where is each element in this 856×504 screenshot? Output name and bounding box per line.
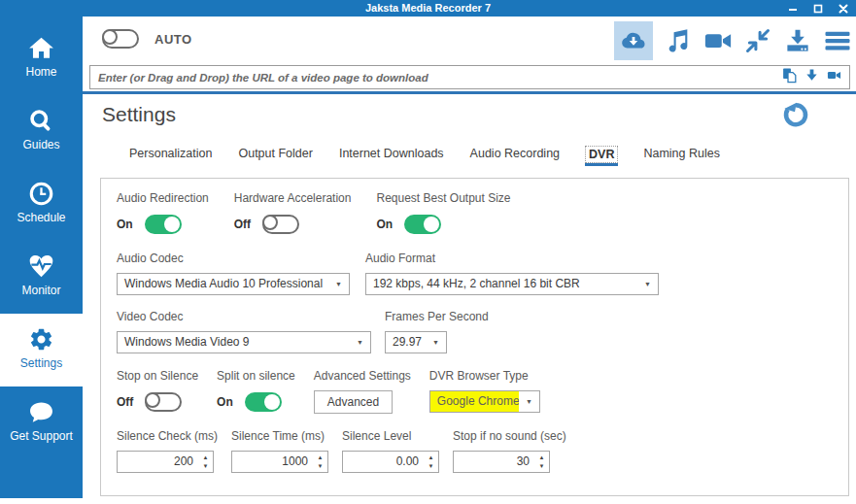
silence-check-value: 200 xyxy=(118,452,198,472)
download-arrow-icon[interactable] xyxy=(805,68,819,86)
tab-personalization[interactable]: Personalization xyxy=(129,147,212,162)
gear-icon xyxy=(28,326,54,353)
chevron-down-icon: ▼ xyxy=(328,281,349,287)
sidebar-nav: Home Guides Schedule Monitor Settings Ge… xyxy=(0,17,83,498)
maximize-icon[interactable] xyxy=(813,4,823,14)
spin-down-icon[interactable]: ▼ xyxy=(428,462,434,471)
chevron-down-icon: ▼ xyxy=(426,339,446,346)
spinner-arrows[interactable]: ▲ ▼ xyxy=(534,452,549,472)
audio-format-dropdown[interactable]: 192 kbps, 44 kHz, 2 channel 16 bit CBR ▼ xyxy=(365,273,659,295)
tab-dvr[interactable]: DVR xyxy=(586,147,617,162)
advanced-settings-label: Advanced Settings xyxy=(314,369,411,383)
settings-page: Settings Personalization Output Folder I… xyxy=(83,94,856,504)
paste-icon[interactable] xyxy=(781,67,798,87)
request-best-output-toggle[interactable] xyxy=(404,215,441,234)
video-codec-value: Windows Media Video 9 xyxy=(118,332,350,353)
spin-up-icon[interactable]: ▲ xyxy=(428,454,434,462)
auto-mode-group: AUTO xyxy=(102,29,192,49)
spin-down-icon[interactable]: ▼ xyxy=(318,462,324,471)
sidebar-item-settings[interactable]: Settings xyxy=(0,314,83,386)
stop-on-silence-label: Stop on Silence xyxy=(117,369,198,383)
silence-time-value: 1000 xyxy=(232,452,313,472)
search-icon xyxy=(28,108,54,134)
sidebar-item-home[interactable]: Home xyxy=(0,22,83,95)
silence-time-setting: Silence Time (ms) 1000 ▲ ▼ xyxy=(231,429,328,473)
tab-output-folder[interactable]: Output Folder xyxy=(238,147,312,162)
request-best-output-state: On xyxy=(376,218,393,231)
sidebar-item-guides[interactable]: Guides xyxy=(0,95,83,168)
silence-level-label: Silence Level xyxy=(342,429,439,443)
video-codec-label: Video Codec xyxy=(117,310,371,323)
spin-up-icon[interactable]: ▲ xyxy=(318,454,324,462)
silence-level-spinner[interactable]: 0.00 ▲ ▼ xyxy=(342,451,439,473)
silence-check-setting: Silence Check (ms) 200 ▲ ▼ xyxy=(117,429,218,473)
split-on-silence-label: Split on silence xyxy=(217,369,295,383)
auto-mode-label: AUTO xyxy=(154,32,192,47)
stop-if-no-sound-setting: Stop if no sound (sec) 30 ▲ ▼ xyxy=(453,429,566,473)
chevron-down-icon: ▼ xyxy=(350,339,370,346)
hardware-acceleration-state: Off xyxy=(234,218,251,231)
tab-internet-downloads[interactable]: Internet Downloads xyxy=(339,147,444,162)
window-title: Jaksta Media Recorder 7 xyxy=(0,0,856,17)
spin-up-icon[interactable]: ▲ xyxy=(539,454,545,462)
settings-tabs: Personalization Output Folder Internet D… xyxy=(129,147,720,162)
minimize-icon[interactable] xyxy=(788,4,798,14)
split-on-silence-toggle[interactable] xyxy=(245,392,282,412)
frames-per-second-label: Frames Per Second xyxy=(385,310,489,323)
title-bar: Jaksta Media Recorder 7 xyxy=(0,0,856,17)
dvr-browser-type-setting: DVR Browser Type Google Chrome ▼ xyxy=(429,369,540,413)
sidebar-item-schedule[interactable]: Schedule xyxy=(0,168,83,241)
sidebar-item-get-support[interactable]: Get Support xyxy=(0,386,83,459)
dvr-browser-type-value: Google Chrome xyxy=(430,391,519,412)
request-best-output-setting: Request Best Output Size On xyxy=(376,191,510,236)
audio-codec-value: Windows Media Audio 10 Professional xyxy=(118,274,328,294)
hamburger-menu-icon[interactable] xyxy=(823,26,852,55)
audio-redirection-setting: Audio Redirection On xyxy=(117,191,209,236)
chevron-down-icon: ▼ xyxy=(519,398,539,405)
dvr-browser-type-label: DVR Browser Type xyxy=(429,369,540,383)
url-input[interactable]: Enter (or Drag and Drop) the URL of a vi… xyxy=(89,65,850,89)
tab-audio-recording[interactable]: Audio Recording xyxy=(470,147,560,162)
reset-settings-icon[interactable] xyxy=(781,100,810,129)
close-icon[interactable] xyxy=(839,4,848,14)
video-camera-icon[interactable] xyxy=(703,26,733,55)
audio-format-value: 192 kbps, 44 kHz, 2 channel 16 bit CBR xyxy=(366,274,637,294)
stop-on-silence-setting: Stop on Silence Off xyxy=(117,369,198,414)
spinner-arrows[interactable]: ▲ ▼ xyxy=(424,452,438,472)
auto-mode-toggle[interactable] xyxy=(102,29,139,49)
split-on-silence-setting: Split on silence On xyxy=(217,369,295,414)
request-best-output-label: Request Best Output Size xyxy=(376,191,510,205)
advanced-button[interactable]: Advanced xyxy=(314,390,393,414)
record-camera-icon[interactable] xyxy=(826,68,842,86)
download-tray-icon[interactable] xyxy=(783,26,812,55)
spinner-arrows[interactable]: ▲ ▼ xyxy=(313,452,327,472)
audio-redirection-toggle[interactable] xyxy=(145,215,182,234)
stop-on-silence-toggle[interactable] xyxy=(145,392,182,412)
collapse-arrows-icon[interactable] xyxy=(743,26,772,55)
stop-if-no-sound-spinner[interactable]: 30 ▲ ▼ xyxy=(453,451,550,473)
spin-down-icon[interactable]: ▼ xyxy=(203,462,209,471)
dvr-browser-type-dropdown[interactable]: Google Chrome ▼ xyxy=(429,390,540,413)
silence-time-spinner[interactable]: 1000 ▲ ▼ xyxy=(231,451,328,473)
frames-per-second-dropdown[interactable]: 29.97 ▼ xyxy=(385,331,447,353)
hardware-acceleration-toggle[interactable] xyxy=(262,215,299,234)
audio-codec-setting: Audio Codec Windows Media Audio 10 Profe… xyxy=(117,252,350,295)
spinner-arrows[interactable]: ▲ ▼ xyxy=(198,452,213,472)
hardware-acceleration-setting: Hardware Acceleration Off xyxy=(234,191,352,236)
audio-codec-dropdown[interactable]: Windows Media Audio 10 Professional ▼ xyxy=(117,273,350,295)
video-codec-dropdown[interactable]: Windows Media Video 9 ▼ xyxy=(117,331,371,353)
tab-naming-rules[interactable]: Naming Rules xyxy=(643,147,720,162)
window-controls xyxy=(788,0,848,17)
sidebar-item-monitor[interactable]: Monitor xyxy=(0,241,83,314)
silence-check-spinner[interactable]: 200 ▲ ▼ xyxy=(117,451,214,473)
music-note-icon[interactable] xyxy=(664,26,693,55)
silence-level-value: 0.00 xyxy=(343,452,424,472)
spin-up-icon[interactable]: ▲ xyxy=(203,454,209,462)
silence-check-label: Silence Check (ms) xyxy=(117,429,218,443)
cloud-download-icon[interactable] xyxy=(614,21,653,60)
stop-if-no-sound-value: 30 xyxy=(454,452,534,472)
spin-down-icon[interactable]: ▼ xyxy=(539,462,545,471)
chevron-down-icon: ▼ xyxy=(637,281,658,287)
page-title: Settings xyxy=(102,103,176,126)
advanced-settings-setting: Advanced Settings Advanced xyxy=(314,369,411,414)
